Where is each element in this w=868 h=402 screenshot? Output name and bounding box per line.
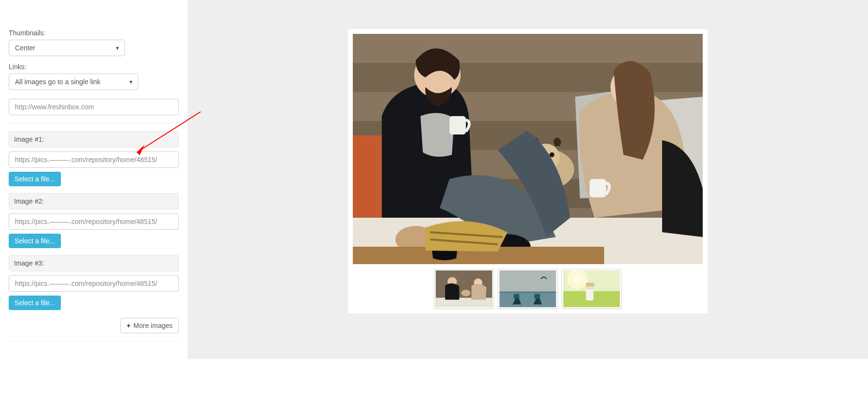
thumbnail-1[interactable] <box>434 269 494 309</box>
image-header-3: Image #3: <box>9 255 179 271</box>
thumbnails-group: Thumbnails: Center ▼ <box>9 29 179 56</box>
select-file-button-1[interactable]: Select a file... <box>9 172 61 186</box>
sidebar-form: Thumbnails: Center ▼ Links: All images g… <box>0 0 188 359</box>
divider <box>9 123 179 123</box>
more-images-button[interactable]: + More images <box>120 318 179 333</box>
divider <box>9 341 179 342</box>
image-url-input-2[interactable] <box>9 213 179 230</box>
svg-rect-32 <box>535 294 540 299</box>
thumbnails-row <box>353 269 703 309</box>
image-url-input-1[interactable] <box>9 151 179 168</box>
image-header-1: Image #1: <box>9 131 179 148</box>
svg-point-36 <box>573 274 582 283</box>
links-select[interactable]: All images go to a single link <box>9 74 138 90</box>
svg-rect-29 <box>500 270 556 292</box>
more-images-label: More images <box>133 322 173 329</box>
svg-point-18 <box>550 152 554 157</box>
svg-rect-38 <box>586 289 593 300</box>
select-file-button-2[interactable]: Select a file... <box>9 234 61 248</box>
image-url-input-3[interactable] <box>9 275 179 292</box>
links-group: Links: All images go to a single link ▼ <box>9 63 179 90</box>
link-url-group <box>9 99 179 115</box>
link-url-input[interactable] <box>9 99 179 115</box>
preview-card <box>348 29 708 313</box>
svg-rect-30 <box>500 292 556 307</box>
image-url-wrap-3 <box>9 275 179 292</box>
select-file-button-3[interactable]: Select a file... <box>9 296 61 310</box>
image-url-wrap-1 <box>9 151 179 168</box>
svg-rect-39 <box>586 283 594 286</box>
image-header-2: Image #2: <box>9 193 179 209</box>
svg-rect-31 <box>514 294 520 299</box>
svg-rect-1 <box>353 34 703 63</box>
preview-main-image <box>353 34 703 264</box>
preview-area <box>188 0 868 359</box>
svg-rect-22 <box>590 179 606 197</box>
thumbnail-3[interactable] <box>562 269 622 309</box>
thumbnails-label: Thumbnails: <box>9 29 179 37</box>
svg-rect-14 <box>449 116 466 134</box>
thumbnail-2[interactable] <box>498 269 558 309</box>
plus-icon: + <box>127 322 130 329</box>
links-label: Links: <box>9 63 179 71</box>
svg-point-28 <box>461 290 470 297</box>
thumbnails-select[interactable]: Center <box>9 40 125 56</box>
image-url-wrap-2 <box>9 213 179 230</box>
